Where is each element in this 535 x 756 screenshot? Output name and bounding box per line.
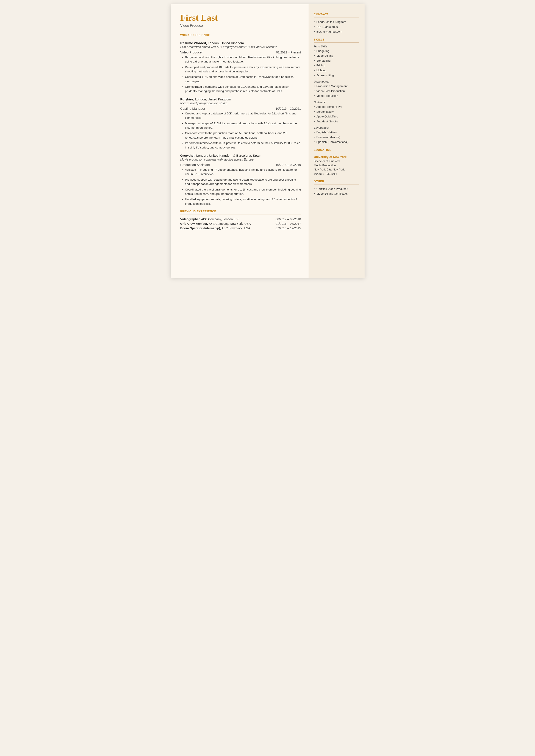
role-2-title: Casting Manager: [180, 107, 205, 110]
hard-skill-item: Lighting: [314, 68, 359, 73]
prev-exp-row-3: Boom Operator (Internship), ABC, New Yor…: [180, 227, 301, 230]
work-experience-section-title: WORK EXPERIENCE: [180, 34, 301, 37]
bullet-item: Coordinated the travel arrangements for …: [185, 187, 301, 196]
techniques-label: Techniques:: [314, 80, 359, 83]
bullet-item: Performed interviews with 8.5K potential…: [185, 141, 301, 150]
software-label: Software:: [314, 101, 359, 104]
contact-section-title: CONTACT: [314, 13, 359, 16]
role-2-bullets: Created and kept a database of 50K perfo…: [180, 111, 301, 150]
previous-experience-divider: [180, 214, 301, 214]
bullet-item: Collaborated with the production team on…: [185, 131, 301, 140]
skills-section-title: SKILLS: [314, 38, 359, 41]
prev-exp-row-1: Videographer, ABC Company, London, UK 06…: [180, 217, 301, 221]
language-item: Romanian (Native): [314, 135, 359, 140]
contact-section: CONTACT Leeds, United Kingdom +44 123456…: [314, 13, 359, 34]
bullet-item: Provided support with setting up and tak…: [185, 178, 301, 186]
other-section-title: OTHER: [314, 180, 359, 183]
role-2-dates: 10/2019 – 12/2021: [276, 107, 301, 110]
previous-experience-section-title: PREVIOUS EXPERIENCE: [180, 210, 301, 213]
prev-exp-3-rest: ABC, New York, USA: [221, 227, 250, 230]
hard-skills-label: Hard Skills:: [314, 45, 359, 48]
contact-list: Leeds, United Kingdom +44 1234567890 fir…: [314, 20, 359, 34]
other-item-certificate: Video Editing Certificate.: [314, 191, 359, 196]
hard-skills-list: Budgeting Video Editing Storytelling Edi…: [314, 49, 359, 78]
software-item: Adobe Premiere Pro: [314, 104, 359, 109]
edu-dates: 10/2011 - 06/2014: [314, 172, 359, 176]
employer-1-location: London, United Kingdom: [207, 41, 244, 45]
role-1-row: Video Producer 01/2022 – Present: [180, 50, 301, 54]
education-section: EDUCATION University of New York Bachelo…: [314, 149, 359, 176]
employer-2-location: London, United Kingdom: [194, 98, 231, 101]
employer-1-name: Resume Worded,: [180, 41, 207, 45]
hard-skill-item: Screenwriting: [314, 73, 359, 78]
role-1-title: Video Producer: [180, 50, 203, 54]
hard-skill-item: Budgeting: [314, 49, 359, 54]
hard-skill-item: Video Editing: [314, 53, 359, 58]
prev-exp-3-bold: Boom Operator (Internship),: [180, 227, 221, 230]
other-section: OTHER Certified Video Producer. Video Ed…: [314, 180, 359, 196]
edu-degree: Bachelor of Fine Arts: [314, 159, 359, 163]
contact-item-email: first.last@gmail.com: [314, 29, 359, 34]
software-item: Apple QuickTime: [314, 114, 359, 119]
employer-3-header: Growthsi, London, United Kingdom & Barce…: [180, 154, 301, 157]
languages-list: English (Native) Romanian (Native) Spani…: [314, 130, 359, 145]
employer-resume-worded: Resume Worded, London, United Kingdom Fi…: [180, 41, 301, 94]
prev-exp-2-dates: 01/2016 – 05/2017: [276, 222, 301, 225]
contact-item-phone: +44 1234567890: [314, 25, 359, 30]
bullet-item: Orchestrated a company-wide schedule of …: [185, 85, 301, 94]
employer-1-subtitle: Film production studio with 50+ employee…: [180, 45, 301, 49]
edu-location: New York City, New York: [314, 167, 359, 172]
other-list: Certified Video Producer. Video Editing …: [314, 187, 359, 196]
employer-2-name: Polyhire,: [180, 98, 194, 101]
languages-label: Languages:: [314, 126, 359, 129]
prev-exp-2-rest: XYZ Company, New York, USA: [208, 222, 251, 225]
bullet-item: Managed a budget of $10M for commercial …: [185, 121, 301, 130]
role-2-row: Casting Manager 10/2019 – 12/2021: [180, 107, 301, 110]
software-item: Screencastify: [314, 109, 359, 114]
work-experience-divider: [180, 38, 301, 38]
right-column: CONTACT Leeds, United Kingdom +44 123456…: [309, 4, 365, 278]
other-divider: [314, 184, 359, 184]
prev-exp-3-left: Boom Operator (Internship), ABC, New Yor…: [180, 227, 250, 230]
technique-item: Video Post-Production: [314, 89, 359, 94]
prev-exp-2-bold: Grip Crew Member,: [180, 222, 208, 225]
full-name: First Last: [180, 13, 301, 23]
software-item: Autodesk Smoke: [314, 119, 359, 124]
edu-field: Media Production: [314, 163, 359, 168]
prev-exp-1-bold: Videographer,: [180, 217, 201, 221]
employer-3-subtitle: Movie production company with studios ac…: [180, 158, 301, 161]
other-item-certified: Certified Video Producer.: [314, 187, 359, 192]
bullet-item: Created and kept a database of 50K perfo…: [185, 111, 301, 120]
employer-2-header: Polyhire, London, United Kingdom: [180, 98, 301, 101]
role-3-bullets: Assisted in producing 47 documentaries, …: [180, 168, 301, 206]
employer-polyhire: Polyhire, London, United Kingdom NYSE-li…: [180, 98, 301, 150]
prev-exp-1-left: Videographer, ABC Company, London, UK: [180, 217, 239, 221]
bullet-item: Handled equipment rentals, catering orde…: [185, 197, 301, 206]
education-section-title: EDUCATION: [314, 149, 359, 152]
job-title-main: Video Producer: [180, 24, 301, 28]
role-3-row: Production Assistant 10/2018 – 09/2019: [180, 163, 301, 167]
role-3-title: Production Assistant: [180, 163, 210, 167]
previous-experience-table: Videographer, ABC Company, London, UK 06…: [180, 217, 301, 230]
prev-exp-3-dates: 07/2014 – 12/2015: [276, 227, 301, 230]
employer-1-header: Resume Worded, London, United Kingdom: [180, 41, 301, 45]
techniques-list: Production Management Video Post-Product…: [314, 84, 359, 98]
contact-divider: [314, 17, 359, 17]
role-3-dates: 10/2018 – 09/2019: [276, 163, 301, 167]
employer-3-location: London, United Kingdom & Barcelona, Spai…: [195, 154, 261, 157]
skills-divider: [314, 42, 359, 43]
employer-3-name: Growthsi,: [180, 154, 195, 157]
employer-growthsi: Growthsi, London, United Kingdom & Barce…: [180, 154, 301, 206]
skills-section: SKILLS Hard Skills: Budgeting Video Edit…: [314, 38, 359, 145]
employer-2-subtitle: NYSE-listed post-production studio: [180, 101, 301, 105]
resume-wrapper: First Last Video Producer WORK EXPERIENC…: [171, 4, 365, 278]
technique-item: Video Production: [314, 94, 359, 98]
prev-exp-1-rest: ABC Company, London, UK: [200, 217, 239, 221]
software-list: Adobe Premiere Pro Screencastify Apple Q…: [314, 104, 359, 124]
prev-exp-row-2: Grip Crew Member, XYZ Company, New York,…: [180, 222, 301, 225]
language-item: Spanish (Conversational): [314, 140, 359, 145]
hard-skill-item: Storytelling: [314, 58, 359, 63]
left-column: First Last Video Producer WORK EXPERIENC…: [171, 4, 309, 278]
bullet-item: Coordinated 1.7K on-site video shoots at…: [185, 75, 301, 84]
bullet-item: Bargained and won the rights to shoot on…: [185, 55, 301, 64]
